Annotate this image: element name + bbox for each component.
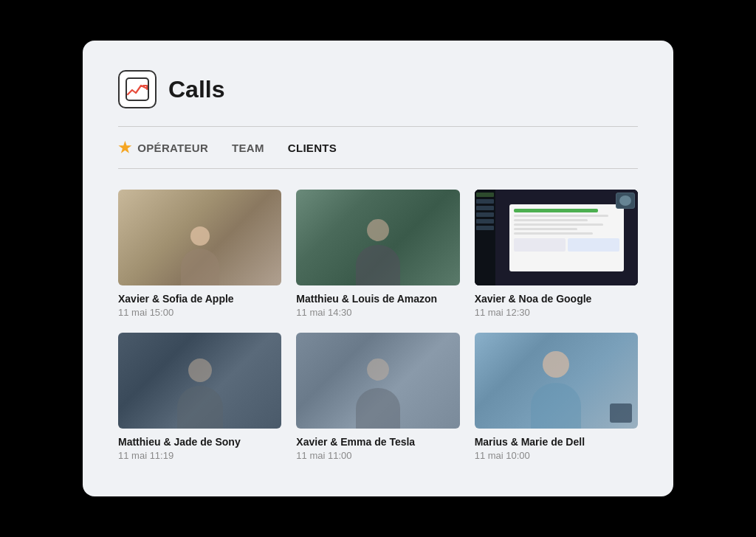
tab-team-label: TEAM <box>232 142 264 154</box>
tab-clients[interactable]: CLIENTS <box>288 142 337 154</box>
call-card-5[interactable]: Xavier & Emma de Tesla 11 mai 11:00 <box>296 333 459 461</box>
call-name-6: Marius & Marie de Dell <box>475 436 638 448</box>
app-window: Calls ★ OPÉRATEUR TEAM CLIENTS Xavier & … <box>83 41 673 496</box>
call-date-6: 11 mai 10:00 <box>475 450 638 461</box>
call-date-3: 11 mai 12:30 <box>475 307 638 318</box>
call-date-2: 11 mai 14:30 <box>296 307 459 318</box>
call-name-1: Xavier & Sofia de Apple <box>118 293 281 305</box>
app-icon <box>118 70 157 108</box>
tab-clients-label: CLIENTS <box>288 142 337 154</box>
calls-grid: Xavier & Sofia de Apple 11 mai 15:00 Mat… <box>118 190 638 461</box>
tab-operateur-label: OPÉRATEUR <box>137 142 208 154</box>
star-icon: ★ <box>118 139 131 156</box>
page-title: Calls <box>168 76 224 103</box>
call-card-2[interactable]: Matthieu & Louis de Amazon 11 mai 14:30 <box>296 190 459 318</box>
tab-operateur[interactable]: ★ OPÉRATEUR <box>118 139 208 156</box>
tab-bar: ★ OPÉRATEUR TEAM CLIENTS <box>118 127 638 169</box>
call-name-5: Xavier & Emma de Tesla <box>296 436 459 448</box>
call-card-3[interactable]: Xavier & Noa de Google 11 mai 12:30 <box>475 190 638 318</box>
call-thumbnail-5 <box>296 333 459 429</box>
tab-team[interactable]: TEAM <box>232 142 264 154</box>
call-thumbnail-3 <box>475 190 638 285</box>
call-date-1: 11 mai 15:00 <box>118 307 281 318</box>
call-thumbnail-2 <box>296 190 459 285</box>
call-thumbnail-4 <box>118 333 281 429</box>
app-header: Calls <box>118 70 638 108</box>
call-name-3: Xavier & Noa de Google <box>475 293 638 305</box>
call-date-4: 11 mai 11:19 <box>118 450 281 461</box>
svg-rect-0 <box>126 78 148 100</box>
call-thumbnail-1 <box>118 190 281 285</box>
call-card-6[interactable]: Marius & Marie de Dell 11 mai 10:00 <box>475 333 638 461</box>
call-card-4[interactable]: Matthieu & Jade de Sony 11 mai 11:19 <box>118 333 281 461</box>
call-date-5: 11 mai 11:00 <box>296 450 459 461</box>
call-name-2: Matthieu & Louis de Amazon <box>296 293 459 305</box>
call-name-4: Matthieu & Jade de Sony <box>118 436 281 448</box>
call-thumbnail-6 <box>475 333 638 429</box>
call-card-1[interactable]: Xavier & Sofia de Apple 11 mai 15:00 <box>118 190 281 318</box>
